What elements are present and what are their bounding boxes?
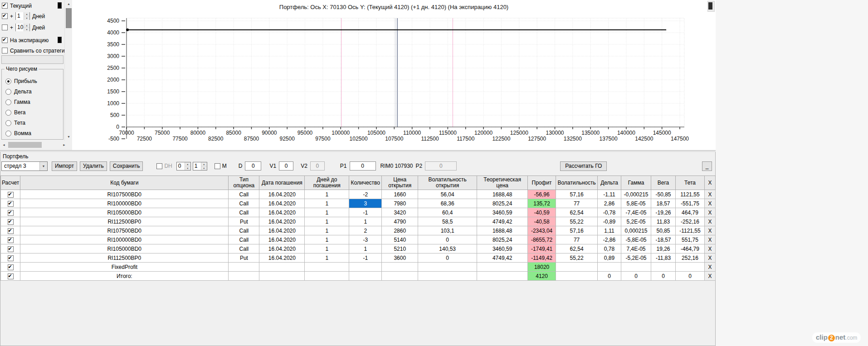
type-cell[interactable]: Call <box>229 208 259 217</box>
date-cell[interactable]: 16.04.2020 <box>259 244 305 253</box>
type-cell[interactable]: Put <box>229 253 259 263</box>
row-calc-checkbox[interactable] <box>8 219 14 225</box>
gamma-cell[interactable]: -0,000215 <box>621 190 651 199</box>
dh-spinner-2[interactable]: 1▲▼ <box>193 162 207 171</box>
vega-cell[interactable]: 50,85 <box>651 226 676 235</box>
profit-cell[interactable]: -40,59 <box>528 208 556 217</box>
theor-cell[interactable] <box>477 263 528 272</box>
date-cell[interactable]: 16.04.2020 <box>259 226 305 235</box>
spin-down-icon[interactable]: ▼ <box>24 16 29 20</box>
qty-cell[interactable]: -1 <box>349 253 382 263</box>
vega-cell[interactable]: 19,26 <box>651 244 676 253</box>
plus10-checkbox[interactable] <box>2 24 8 30</box>
vega-cell[interactable]: -19,26 <box>651 208 676 217</box>
dh-spinner-1[interactable]: 0▲▼ <box>176 162 191 171</box>
column-header-0[interactable]: Расчет <box>1 176 20 190</box>
gamma-cell[interactable] <box>621 263 651 272</box>
vega-cell[interactable]: 18,57 <box>651 199 676 208</box>
row-calc-checkbox[interactable] <box>8 264 14 270</box>
theta-cell[interactable]: -252,16 <box>675 217 704 226</box>
code-cell[interactable]: Итого: <box>20 272 229 281</box>
price-cell[interactable]: 3600 <box>382 253 418 263</box>
qty-cell[interactable]: -1 <box>349 208 382 217</box>
profit-cell[interactable]: -2343,04 <box>528 226 556 235</box>
vol_open-cell[interactable] <box>418 263 477 272</box>
theta-cell[interactable]: 551,75 <box>675 235 704 244</box>
delete-row-button[interactable]: X <box>704 190 715 199</box>
delete-row-button[interactable]: X <box>704 217 715 226</box>
gamma-cell[interactable]: -7,4E-05 <box>621 208 651 217</box>
column-header-15[interactable]: X <box>704 176 715 190</box>
profit-cell[interactable]: 135,72 <box>528 199 556 208</box>
profit-cell[interactable]: -40,58 <box>528 217 556 226</box>
vol_open-cell[interactable]: 58,5 <box>418 217 477 226</box>
vol-cell[interactable]: 62,54 <box>556 208 598 217</box>
days-cell[interactable]: 1 <box>305 217 349 226</box>
radio-delta[interactable] <box>5 89 11 95</box>
date-cell[interactable]: 16.04.2020 <box>259 235 305 244</box>
compare-checkbox[interactable] <box>2 48 8 54</box>
panel-horizontal-scrollbar[interactable]: ◄ ► <box>0 141 68 149</box>
profit-cell[interactable]: -8655,72 <box>528 235 556 244</box>
code-cell[interactable]: FixedProfit <box>20 263 229 272</box>
vol_open-cell[interactable]: 60,4 <box>418 208 477 217</box>
delete-row-button[interactable]: X <box>704 253 715 263</box>
vol_open-cell[interactable]: 0 <box>418 253 477 263</box>
delta-cell[interactable]: 0,89 <box>598 253 621 263</box>
strategy-select[interactable]: стредл 3 ▼ <box>1 161 48 171</box>
expiration-checkbox[interactable] <box>2 37 8 43</box>
column-header-7[interactable]: Волатильность открытия <box>418 176 477 190</box>
vol-cell[interactable]: 55,22 <box>556 253 598 263</box>
gamma-cell[interactable]: 0,000215 <box>621 226 651 235</box>
scroll-left-icon[interactable]: ◄ <box>0 141 8 149</box>
import-button[interactable]: Импорт <box>52 161 77 171</box>
delete-row-button[interactable]: X <box>704 208 715 217</box>
row-calc-checkbox[interactable] <box>8 237 14 243</box>
theor-cell[interactable]: 1688,48 <box>477 190 528 199</box>
chevron-down-icon[interactable]: ▼ <box>39 162 47 171</box>
vol_open-cell[interactable]: 0 <box>418 235 477 244</box>
code-cell[interactable]: RI112500BP0 <box>20 253 229 263</box>
radio-profit[interactable] <box>5 78 11 84</box>
gamma-cell[interactable]: -5,2E-05 <box>621 253 651 263</box>
days-cell[interactable] <box>305 272 349 281</box>
qty-cell[interactable]: -3 <box>349 235 382 244</box>
panel-vertical-scrollbar[interactable]: ▲ ▼ <box>64 0 72 141</box>
vol_open-cell[interactable]: 140,53 <box>418 244 477 253</box>
vol-cell[interactable]: 62,54 <box>556 244 598 253</box>
code-cell[interactable]: RI105000BD0 <box>20 208 229 217</box>
column-header-14[interactable]: Тета <box>675 176 704 190</box>
type-cell[interactable]: Call <box>229 235 259 244</box>
delete-row-button[interactable]: X <box>704 272 715 281</box>
spin-up-icon[interactable]: ▲ <box>24 24 29 28</box>
days-cell[interactable]: 1 <box>305 226 349 235</box>
theta-cell[interactable]: 0 <box>675 272 704 281</box>
theta-cell[interactable] <box>675 263 704 272</box>
delta-cell[interactable] <box>598 263 621 272</box>
column-header-11[interactable]: Дельта <box>598 176 621 190</box>
save-button[interactable]: Сохранить <box>110 161 143 171</box>
date-cell[interactable]: 16.04.2020 <box>259 208 305 217</box>
days-cell[interactable]: 1 <box>305 190 349 199</box>
theta-cell[interactable]: 1121,55 <box>675 190 704 199</box>
days-cell[interactable]: 1 <box>305 199 349 208</box>
d-input[interactable]: 0 <box>245 161 261 171</box>
delete-row-button[interactable]: X <box>704 263 715 272</box>
date-cell[interactable] <box>259 263 305 272</box>
spin-up-icon[interactable]: ▲ <box>24 12 29 16</box>
profit-cell[interactable]: -56,96 <box>528 190 556 199</box>
type-cell[interactable]: Call <box>229 244 259 253</box>
row-calc-checkbox[interactable] <box>8 228 14 234</box>
chart-mini-scrollbar[interactable] <box>707 1 715 12</box>
column-header-1[interactable]: Код бумаги <box>20 176 229 190</box>
calc-go-button[interactable]: Рассчитать ГО <box>560 161 607 171</box>
vol-cell[interactable]: 77 <box>556 235 598 244</box>
qty-cell[interactable] <box>349 263 382 272</box>
qty-cell[interactable]: -2 <box>349 190 382 199</box>
radio-vega[interactable] <box>5 110 11 116</box>
vol-cell[interactable]: 55,22 <box>556 217 598 226</box>
date-cell[interactable]: 16.04.2020 <box>259 190 305 199</box>
delta-cell[interactable]: -2,86 <box>598 235 621 244</box>
theta-cell[interactable]: 252,16 <box>675 253 704 263</box>
qty-cell[interactable]: 1 <box>349 244 382 253</box>
